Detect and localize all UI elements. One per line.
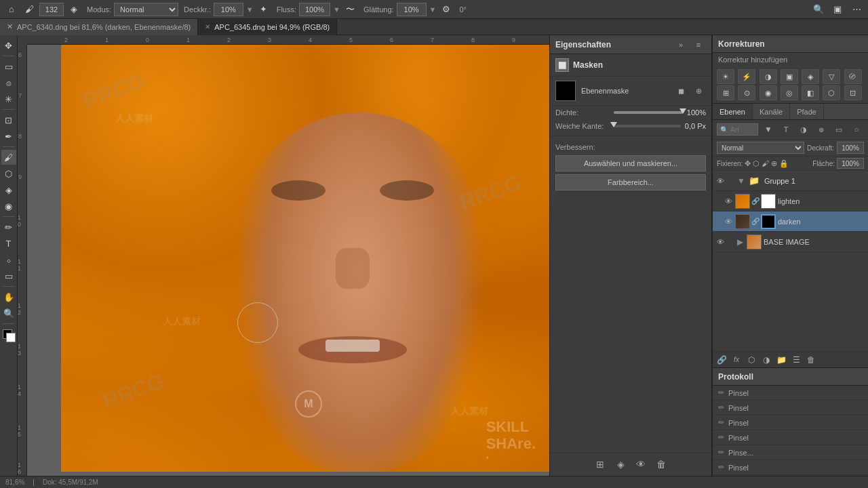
layer-base-image[interactable]: 👁 ▶ BASE IMAGE [713, 232, 868, 252]
gruppe1-expand[interactable]: ▼ [737, 176, 745, 186]
deckkraft-value-layers[interactable]: 100% [837, 142, 864, 154]
mask-apply-btn[interactable]: ◼ [673, 83, 688, 98]
layer-adjustment-btn[interactable]: ◑ [760, 354, 772, 366]
eyedropper-tool[interactable]: ✒ [1, 129, 16, 144]
protokoll-item-2[interactable]: ✏ Pinsel [713, 401, 868, 415]
fix-all-icon[interactable]: 🔒 [779, 159, 789, 168]
layer-lighten[interactable]: 👁 🔗 lighten [713, 191, 868, 211]
lasso-tool[interactable]: ⌾ [1, 75, 16, 90]
mask-channels-btn[interactable]: ⊕ [691, 83, 706, 98]
canvas-content[interactable]: RRCG RRCG RRCG 人人素材 人人素材 人人素材 M [27, 45, 549, 476]
korr-hue-btn[interactable]: ◈ [802, 69, 819, 84]
korr-color-balance-btn[interactable]: ⊞ [717, 85, 734, 100]
base-eye[interactable]: 👁 [715, 237, 725, 247]
layer-mode-select[interactable]: Normal Multiplizieren Abblenden [717, 142, 804, 154]
darken-eye[interactable]: 👁 [724, 217, 733, 226]
protokoll-item-4[interactable]: ✏ Pinsel [713, 430, 868, 445]
korr-curve-btn[interactable]: ⚡ [738, 69, 755, 84]
fg-bg-colors[interactable] [1, 328, 16, 343]
korr-channel-btn[interactable]: 〄 [844, 69, 862, 84]
fix-artboard-icon[interactable]: ⊕ [771, 159, 777, 168]
gruppe1-eye[interactable]: 👁 [715, 176, 725, 186]
tab-kanaele[interactable]: Kanäle [753, 104, 790, 119]
layer-arrange-btn[interactable]: ☰ [790, 354, 802, 366]
dichte-slider-thumb[interactable] [679, 108, 686, 114]
protokoll-item-3[interactable]: ✏ Pinsel [713, 415, 868, 430]
base-expand[interactable]: ▶ [737, 237, 743, 247]
properties-menu-btn[interactable]: ≡ [691, 37, 706, 52]
layer-filter-btn[interactable]: ▼ [761, 122, 776, 137]
pen-tool[interactable]: ✏ [1, 220, 16, 235]
path-tool[interactable]: ⬦ [1, 252, 16, 267]
airbrush-btn[interactable]: ✦ [256, 2, 271, 17]
layer-type-btn[interactable]: T [778, 122, 793, 137]
fill-tool[interactable]: ◈ [1, 182, 16, 197]
layer-mask-btn[interactable]: ⬡ [745, 354, 757, 366]
prop-grid-btn[interactable]: ⊞ [593, 457, 608, 472]
protokoll-item-5[interactable]: ✏ Pinse... [713, 445, 868, 460]
layer-group-btn[interactable]: 📁 [775, 354, 787, 366]
korr-levels-btn[interactable]: ◑ [760, 69, 777, 84]
tab-apc6345[interactable]: ✕ APC_6345.dng bei 94,9% (RGB/8) [198, 19, 337, 35]
eraser-tool[interactable]: ⬡ [1, 166, 16, 181]
prop-eye-btn[interactable]: 👁 [633, 457, 648, 472]
layer-gruppe1[interactable]: 👁 ▼ 📁 Gruppe 1 [713, 171, 868, 191]
selection-tool[interactable]: ▭ [1, 59, 16, 74]
weiche-kante-thumb[interactable] [610, 122, 617, 127]
prop-delete-btn[interactable]: 🗑 [654, 457, 669, 472]
crop-tool[interactable]: ⊡ [1, 113, 16, 127]
korr-exposure-btn[interactable]: ▣ [781, 69, 798, 84]
zoom-tool[interactable]: 🔍 [1, 306, 16, 321]
tab-apc6340[interactable]: ✕ APC_6340.dng bei 81,6% (darken, Ebenen… [0, 19, 198, 35]
brush-size-display[interactable]: 132 [39, 3, 64, 16]
magic-wand-tool[interactable]: ✳ [1, 92, 16, 106]
dichte-slider[interactable] [614, 111, 683, 114]
layer-toggle-btn[interactable]: ○ [849, 122, 864, 137]
layer-link-btn[interactable]: 🔗 [715, 354, 728, 366]
move-tool[interactable]: ✥ [1, 38, 16, 53]
settings-btn[interactable]: ⚙ [439, 2, 454, 17]
flaeche-value[interactable]: 100% [837, 158, 864, 169]
brush-tool[interactable]: 🖌 [1, 150, 16, 165]
tab-close-2[interactable]: ✕ [205, 23, 210, 30]
weiche-kante-slider[interactable] [614, 125, 681, 127]
fix-pixel-icon[interactable]: ⬡ [753, 159, 760, 168]
view-options-btn[interactable]: ▣ [830, 2, 845, 17]
korr-brightness-btn[interactable]: ☀ [717, 69, 734, 84]
layer-delete-btn[interactable]: 🗑 [805, 354, 817, 366]
korr-gradient-map-btn[interactable]: ⊡ [844, 85, 862, 100]
shape-tool[interactable]: ▭ [1, 268, 16, 283]
lighten-eye[interactable]: 👁 [724, 197, 733, 206]
protokoll-item-6[interactable]: ✏ Pinsel [713, 460, 868, 475]
tab-pfade[interactable]: Pfade [790, 104, 824, 119]
tab-ebenen[interactable]: Ebenen [713, 104, 753, 119]
brush-settings-btn[interactable]: ◈ [66, 2, 81, 17]
auswaehlen-maskieren-btn[interactable]: Auswählen und maskieren... [555, 155, 706, 171]
fix-position-icon[interactable]: ✥ [745, 159, 751, 168]
brush-tool-btn[interactable]: 🖌 [22, 2, 37, 17]
layer-shape-btn[interactable]: ▭ [831, 122, 846, 137]
protokoll-item-1[interactable]: ✏ Pinsel [713, 386, 868, 401]
blur-tool[interactable]: ◉ [1, 199, 16, 214]
prop-color-btn[interactable]: ◈ [613, 457, 628, 472]
layer-search-box[interactable]: 🔍 [717, 123, 758, 136]
smoothing-icon[interactable]: 〜 [343, 2, 358, 17]
korr-photo-btn[interactable]: ◉ [760, 85, 777, 100]
farbbereich-btn[interactable]: Farbbereich... [555, 174, 706, 190]
properties-expand-btn[interactable]: » [673, 37, 688, 52]
photo-canvas[interactable]: RRCG RRCG RRCG 人人素材 人人素材 人人素材 M [61, 45, 549, 472]
search-btn[interactable]: 🔍 [811, 2, 826, 17]
extra-btn[interactable]: ⋯ [849, 2, 864, 17]
layer-adjust-btn[interactable]: ◑ [796, 122, 811, 137]
layer-darken[interactable]: 👁 🔗 darken [713, 211, 868, 232]
korr-mix-btn[interactable]: ◎ [781, 85, 798, 100]
glaettung-input[interactable] [397, 3, 427, 16]
layer-smart-btn[interactable]: ⊕ [814, 122, 829, 137]
korr-gradient-btn[interactable]: ▽ [823, 69, 840, 84]
text-tool[interactable]: T [1, 236, 16, 251]
korr-threshold-btn[interactable]: ⬡ [823, 85, 840, 100]
masken-tab-label[interactable]: Masken [573, 60, 603, 70]
korr-bw-btn[interactable]: ⊙ [738, 85, 755, 100]
fix-paint-icon[interactable]: 🖌 [762, 159, 769, 167]
modus-select[interactable]: Normal Multiplizieren Abblenden [114, 3, 178, 16]
